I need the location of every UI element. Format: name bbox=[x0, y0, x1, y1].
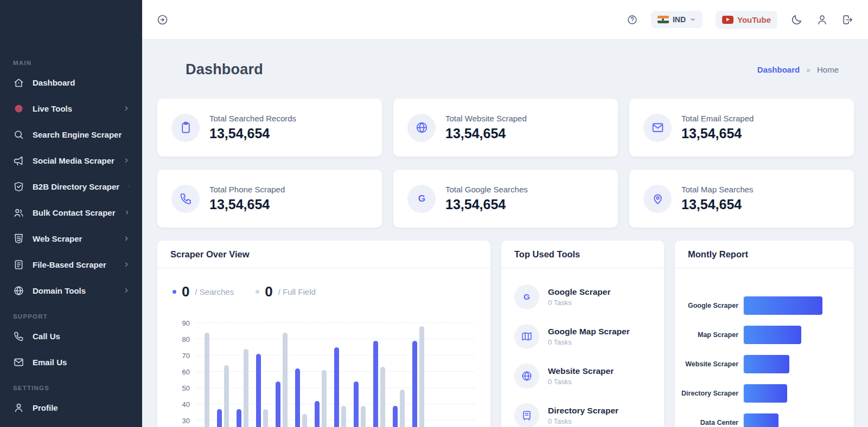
stat-value: 13,54,654 bbox=[681, 197, 754, 212]
sidebar-item-domain-tools[interactable]: Domain Tools bbox=[0, 277, 142, 303]
y-axis-tick-label: 60 bbox=[173, 368, 190, 376]
youtube-icon bbox=[722, 16, 733, 24]
panel-title: Top Used Tools bbox=[514, 249, 580, 259]
bar-full-field bbox=[361, 406, 366, 427]
stat-card-map-searches: Total Map Searches 13,54,654 bbox=[629, 170, 854, 228]
monthly-bar-label: Map Scraper bbox=[681, 331, 743, 339]
monthly-bar-track bbox=[743, 326, 843, 344]
bar-group-1 bbox=[197, 313, 209, 427]
stat-value: 13,54,654 bbox=[445, 197, 528, 212]
sidebar-item-dashboard[interactable]: Dashboard bbox=[0, 69, 142, 95]
stat-label: Total Phone Scraped bbox=[209, 185, 285, 194]
users-icon bbox=[13, 207, 24, 218]
monthly-bar-label: Website Scraper bbox=[681, 360, 743, 368]
chevron-right-icon bbox=[127, 183, 130, 190]
tool-row-directory-scraper[interactable]: Directory Scraper 0 Tasks bbox=[514, 403, 651, 427]
legend-dot-full-field bbox=[256, 290, 259, 294]
map-pin-icon bbox=[651, 192, 665, 205]
tool-name: Google Scraper bbox=[548, 287, 610, 297]
panel-title: Montly Report bbox=[688, 249, 748, 259]
legend-item-searches[interactable]: 0 / Searches bbox=[173, 283, 234, 300]
monthly-bar-row: Data Center bbox=[681, 408, 843, 427]
stat-value: 13,54,654 bbox=[209, 126, 296, 141]
scraper-overview-panel: Scraper Over View 0 / Searches 0 bbox=[157, 241, 490, 427]
y-axis-tick-label: 50 bbox=[173, 384, 190, 392]
sidebar-item-call-us[interactable]: Call Us bbox=[0, 323, 142, 349]
bar-full-field bbox=[400, 390, 405, 427]
map-icon bbox=[521, 331, 533, 342]
bar-group-8 bbox=[334, 313, 346, 427]
monthly-bar-track bbox=[743, 413, 843, 427]
monthly-bar bbox=[744, 384, 787, 403]
sidebar-item-web-scraper[interactable]: Web Scraper bbox=[0, 225, 142, 251]
chart-legend: 0 / Searches 0 / Full Field bbox=[173, 283, 475, 300]
legend-label: / Full Field bbox=[278, 287, 316, 296]
monthly-bar-label: Directory Scraper bbox=[681, 390, 743, 397]
search-icon bbox=[13, 129, 24, 140]
tool-row-website-scraper[interactable]: Website Scraper 0 Tasks bbox=[514, 364, 651, 389]
globe-icon bbox=[415, 121, 429, 134]
megaphone-icon bbox=[13, 155, 24, 166]
sidebar-collapse-icon[interactable] bbox=[156, 14, 169, 26]
bar-searches bbox=[412, 341, 417, 427]
sidebar-item-bulk-contact-scraper[interactable]: Bulk Contact Scraper bbox=[0, 199, 142, 225]
logout-icon[interactable] bbox=[841, 14, 854, 26]
bar-full-field bbox=[380, 367, 385, 427]
ledger-icon bbox=[521, 410, 533, 422]
panel-title: Scraper Over View bbox=[170, 249, 250, 259]
sidebar-section-support: SUPPORT bbox=[0, 313, 142, 320]
monthly-bar bbox=[744, 413, 778, 427]
bar-searches bbox=[393, 406, 398, 427]
sidebar-item-label: Email Us bbox=[33, 358, 130, 367]
monthly-bar-label: Data Center bbox=[681, 419, 743, 426]
bar-searches bbox=[276, 381, 280, 427]
google-g-icon bbox=[415, 192, 429, 205]
sidebar-logo-area bbox=[0, 0, 142, 52]
chevron-right-icon bbox=[123, 287, 130, 294]
stats-grid: Total Searched Records 13,54,654 Total W… bbox=[157, 99, 854, 228]
tool-row-google-scraper[interactable]: Google Scraper 0 Tasks bbox=[514, 284, 651, 309]
sidebar-item-file-based-scraper[interactable]: File-Based Scraper bbox=[0, 251, 142, 277]
y-axis-tick-label: 80 bbox=[173, 335, 190, 344]
y-axis-tick-label: 90 bbox=[173, 319, 190, 327]
sidebar-item-social-media-scraper[interactable]: Social Media Scraper bbox=[0, 147, 142, 173]
language-selector[interactable]: IND bbox=[651, 11, 703, 28]
help-icon[interactable] bbox=[627, 14, 638, 25]
tool-name: Google Map Scraper bbox=[548, 327, 630, 337]
bar-full-field bbox=[419, 326, 424, 427]
breadcrumb-home-link[interactable]: Home bbox=[817, 65, 839, 74]
legend-count: 0 bbox=[182, 283, 189, 300]
sidebar-item-b2b-directory-scraper[interactable]: B2B Directory Scraper bbox=[0, 173, 142, 199]
dark-mode-moon-icon[interactable] bbox=[790, 14, 803, 26]
tool-row-google-map-scraper[interactable]: Google Map Scraper 0 Tasks bbox=[514, 324, 651, 349]
chevron-right-icon bbox=[123, 235, 130, 242]
tool-name: Directory Scraper bbox=[548, 406, 618, 416]
bar-full-field bbox=[224, 365, 229, 427]
globe-icon bbox=[13, 285, 24, 296]
breadcrumb-dashboard-link[interactable]: Dashboard bbox=[757, 65, 800, 74]
legend-label: / Searches bbox=[195, 287, 234, 296]
monthly-bar-track bbox=[743, 355, 843, 373]
legend-item-full-field[interactable]: 0 / Full Field bbox=[256, 283, 316, 300]
sidebar-item-profile[interactable]: Profile bbox=[0, 394, 142, 420]
bar-group-12 bbox=[412, 313, 424, 427]
monthly-bar-track bbox=[743, 384, 843, 403]
bar-group-2 bbox=[217, 313, 229, 427]
bar-full-field bbox=[205, 333, 209, 427]
bar-searches bbox=[217, 409, 222, 427]
stat-label: Total Website Scraped bbox=[445, 114, 527, 123]
youtube-button[interactable]: YouTube bbox=[716, 11, 777, 29]
bar-searches bbox=[334, 347, 339, 427]
tool-tasks: 0 Tasks bbox=[548, 417, 618, 425]
sidebar-item-email-us[interactable]: Email Us bbox=[0, 349, 142, 375]
sidebar-item-search-engine-scraper[interactable]: Search Engine Scraper bbox=[0, 121, 142, 147]
user-account-icon[interactable] bbox=[816, 14, 828, 26]
bar-searches bbox=[237, 409, 241, 427]
monthly-bar-chart: Google ScraperMap ScraperWebsite Scraper… bbox=[675, 268, 854, 427]
sidebar-item-live-tools[interactable]: Live Tools bbox=[0, 95, 142, 121]
bar-full-field bbox=[283, 333, 288, 427]
bar-group-10 bbox=[373, 313, 385, 427]
bar-group-11 bbox=[393, 313, 405, 427]
stat-card-website-scraped: Total Website Scraped 13,54,654 bbox=[393, 99, 618, 157]
user-icon bbox=[13, 402, 24, 413]
